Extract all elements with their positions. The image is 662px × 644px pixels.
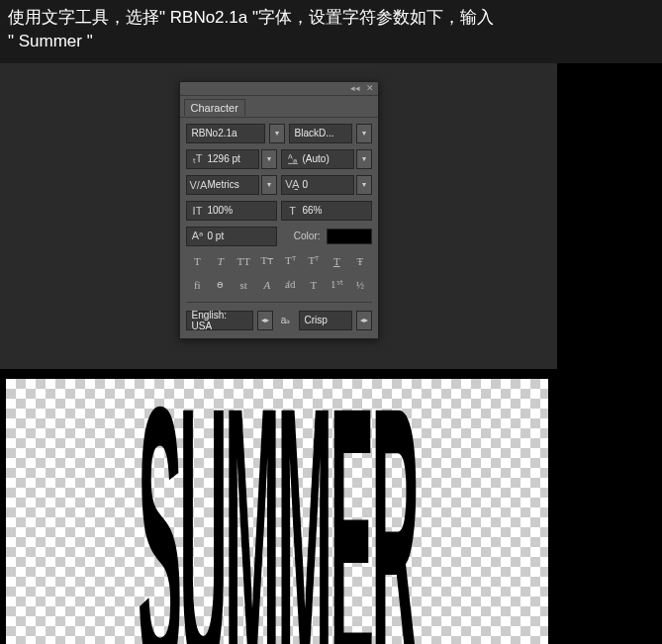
fractions-button[interactable]: ½ <box>350 276 370 294</box>
language-field[interactable]: English: USA <box>186 311 253 330</box>
superscript-button[interactable]: Tᵀ <box>280 252 300 270</box>
tracking-field[interactable]: VA̱ 0 <box>281 175 354 195</box>
panel-close-icon[interactable]: ✕ <box>366 83 374 93</box>
strikethrough-button[interactable]: Ŧ <box>350 252 370 270</box>
workspace-area: ◂◂ ✕ Character RBNo2.1a ▾ BlackD... ▾ <box>0 63 557 369</box>
kerning-dropdown[interactable]: ▾ <box>261 175 277 195</box>
canvas[interactable]: SUMMER <box>6 379 548 644</box>
vertical-scale-icon: IT <box>190 205 206 217</box>
baseline-shift-field[interactable]: Aᵃ 0 pt <box>186 227 277 246</box>
kerning-field[interactable]: V/A Metrics <box>186 175 259 195</box>
leading-field[interactable]: ᴬ͟ₐ (Auto) <box>281 149 354 169</box>
kerning-icon: V/A <box>190 179 206 191</box>
font-size-field[interactable]: ₜT 1296 pt <box>186 149 259 169</box>
underline-button[interactable]: T <box>327 252 346 270</box>
panel-menu-icon[interactable]: ◂◂ <box>350 83 360 93</box>
vertical-scale-field[interactable]: IT 100% <box>186 201 277 221</box>
horizontal-scale-field[interactable]: T 66% <box>281 201 372 221</box>
panel-tabbar: ◂◂ ✕ <box>180 82 378 96</box>
horizontal-scale-icon: T <box>285 205 301 217</box>
tracking-dropdown[interactable]: ▾ <box>356 175 372 195</box>
font-style-field[interactable]: BlackD... <box>289 124 352 143</box>
ordinals-button[interactable]: 1ˢᵗ <box>327 276 346 294</box>
language-dropdown[interactable]: ◂▸ <box>257 311 273 330</box>
faux-italic-button[interactable]: T <box>211 252 231 270</box>
all-caps-button[interactable]: TT <box>234 252 253 270</box>
subscript-button[interactable]: Tᵀ <box>304 252 324 270</box>
type-style-row-1: T T TT Tᴛ Tᵀ Tᵀ T Ŧ <box>186 252 372 270</box>
titling-alt-button[interactable]: T <box>304 276 324 294</box>
antialias-icon: aₐ <box>277 315 295 325</box>
swash-button[interactable]: A <box>257 276 277 294</box>
color-swatch[interactable] <box>327 229 372 244</box>
stylistic-alt-button[interactable]: aⷶd <box>280 276 300 294</box>
leading-icon: ᴬ͟ₐ <box>285 152 301 165</box>
panel-header: Character <box>180 96 378 118</box>
ligatures-button[interactable]: fi <box>187 276 207 294</box>
contextual-alt-button[interactable]: ɵ <box>211 276 231 294</box>
font-size-icon: ₜT <box>190 152 206 165</box>
font-family-field[interactable]: RBNo2.1a <box>186 124 265 143</box>
small-caps-button[interactable]: Tᴛ <box>257 252 277 270</box>
faux-bold-button[interactable]: T <box>187 252 207 270</box>
character-tab[interactable]: Character <box>184 99 245 116</box>
font-family-dropdown[interactable]: ▾ <box>269 124 285 143</box>
antialias-dropdown[interactable]: ◂▸ <box>356 311 372 330</box>
instruction-text: 使用文字工具，选择" RBNo2.1a "字体，设置字符参数如下，输入 " Su… <box>0 0 662 63</box>
color-label: Color: <box>294 230 321 241</box>
font-style-dropdown[interactable]: ▾ <box>356 124 372 143</box>
tracking-icon: VA̱ <box>285 178 301 191</box>
canvas-text[interactable]: SUMMER <box>138 379 417 644</box>
baseline-shift-icon: Aᵃ <box>190 230 206 242</box>
type-style-row-2: fi ɵ st A aⷶd T 1ˢᵗ ½ <box>186 276 372 294</box>
font-size-dropdown[interactable]: ▾ <box>261 149 277 169</box>
antialias-field[interactable]: Crisp <box>299 311 352 330</box>
discretionary-lig-button[interactable]: st <box>234 276 253 294</box>
leading-dropdown[interactable]: ▾ <box>356 149 372 169</box>
character-panel: ◂◂ ✕ Character RBNo2.1a ▾ BlackD... ▾ <box>179 81 379 339</box>
